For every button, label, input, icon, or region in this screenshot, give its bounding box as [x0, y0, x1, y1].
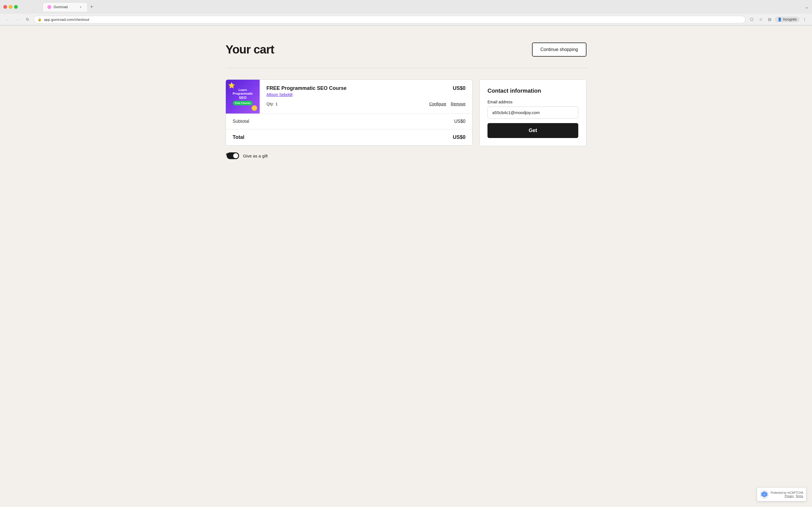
- recaptcha-badge: r Protected by reCAPTCHA Privacy Terms: [757, 487, 806, 501]
- subtotal-value: US$0: [454, 119, 465, 124]
- thumbnail-badge: Free Course!: [233, 101, 253, 105]
- gift-toggle-switch[interactable]: [227, 152, 239, 159]
- recaptcha-privacy-link[interactable]: Privacy: [784, 495, 794, 498]
- recaptcha-text: Protected by reCAPTCHA Privacy Terms: [770, 491, 803, 498]
- toolbar-right-icons: ⎔ ☆ ⊟ 👤 Incognito ⋮: [748, 15, 809, 23]
- total-value: US$0: [453, 134, 465, 140]
- recaptcha-icon: r: [760, 490, 769, 499]
- cart-section: ⭐ Learn Programmatic SEO Free Course! 🪙 …: [225, 79, 472, 159]
- subtotal-label: Subtotal: [233, 119, 249, 124]
- recaptcha-terms-link[interactable]: Terms: [796, 495, 803, 498]
- page-header: Your cart Continue shopping: [225, 43, 587, 57]
- cast-icon-button[interactable]: ⎔: [748, 15, 756, 23]
- header-divider: [225, 68, 587, 68]
- recaptcha-protected-label: Protected by reCAPTCHA: [770, 491, 803, 494]
- configure-button[interactable]: Configure: [429, 102, 446, 106]
- back-button[interactable]: ←: [3, 15, 11, 23]
- page-title: Your cart: [225, 43, 274, 56]
- close-traffic-light[interactable]: [3, 5, 7, 9]
- address-bar[interactable]: 🔒 app.gumroad.com/checkout: [34, 16, 746, 23]
- forward-button[interactable]: →: [13, 15, 21, 23]
- toggle-knob: [233, 153, 238, 158]
- tab-title-label: Gumroad: [54, 5, 76, 9]
- contact-section: Contact information Email address Get: [479, 79, 587, 146]
- cart-item-bottom: Qty: 1 Configure Remove: [266, 101, 465, 106]
- subtotal-row: Subtotal US$0: [226, 114, 472, 129]
- url-text: app.gumroad.com/checkout: [44, 17, 742, 22]
- split-view-button[interactable]: ⊟: [766, 15, 774, 23]
- thumbnail-learn-text: Learn: [239, 88, 247, 92]
- active-tab[interactable]: Gumroad ×: [43, 2, 88, 11]
- thumbnail-programmatic-text: Programmatic: [233, 92, 253, 96]
- reload-button[interactable]: ↻: [24, 15, 32, 23]
- coin-decoration: 🪙: [251, 105, 257, 111]
- window-expand-button[interactable]: ⌄: [805, 4, 809, 10]
- minimize-traffic-light[interactable]: [9, 5, 12, 9]
- page-content: Your cart Continue shopping ⭐ Learn Prog…: [203, 25, 609, 176]
- qty-label: Qty: 1: [266, 101, 278, 106]
- svg-text:r: r: [764, 493, 765, 496]
- product-thumbnail: ⭐ Learn Programmatic SEO Free Course! 🪙: [226, 80, 260, 114]
- contact-section-title: Contact information: [488, 88, 578, 94]
- gift-label: Give as a gift: [243, 154, 268, 158]
- continue-shopping-button[interactable]: Continue shopping: [532, 43, 587, 57]
- product-name: FREE Programmatic SEO Course: [266, 86, 347, 91]
- contact-card: Contact information Email address Get: [479, 79, 587, 146]
- email-label: Email address: [488, 100, 578, 104]
- product-price: US$0: [453, 86, 465, 91]
- bookmark-button[interactable]: ☆: [757, 15, 765, 23]
- cart-actions: Configure Remove: [429, 102, 465, 106]
- cart-item-top: FREE Programmatic SEO Course Allison Seb…: [266, 86, 465, 97]
- profile-icon: 👤: [777, 17, 782, 21]
- lock-icon: 🔒: [38, 17, 42, 21]
- browser-chrome: Gumroad × + ⌄ ← → ↻ 🔒 app.gumroad.com/ch…: [0, 0, 812, 25]
- get-button[interactable]: Get: [488, 123, 578, 138]
- new-tab-button[interactable]: +: [88, 3, 96, 11]
- tab-favicon: [47, 5, 51, 9]
- product-author-link[interactable]: Allison Seboldt: [266, 93, 347, 97]
- tab-close-button[interactable]: ×: [79, 5, 83, 9]
- incognito-badge: 👤 Incognito: [775, 17, 800, 22]
- remove-button[interactable]: Remove: [451, 102, 465, 106]
- traffic-lights: [3, 5, 18, 9]
- tab-bar: Gumroad × +: [20, 2, 118, 11]
- thumbnail-seo-text: SEO: [239, 96, 246, 100]
- incognito-label: Incognito: [783, 17, 797, 21]
- browser-titlebar: Gumroad × + ⌄: [0, 0, 812, 14]
- star-decoration: ⭐: [228, 82, 235, 89]
- gift-toggle-row: Give as a gift: [225, 152, 472, 159]
- total-row: Total US$0: [226, 129, 472, 145]
- checkout-layout: ⭐ Learn Programmatic SEO Free Course! 🪙 …: [225, 79, 587, 159]
- total-label: Total: [233, 134, 245, 140]
- more-options-button[interactable]: ⋮: [801, 15, 809, 23]
- cart-item-row: ⭐ Learn Programmatic SEO Free Course! 🪙 …: [226, 80, 472, 114]
- cart-item-info: FREE Programmatic SEO Course Allison Seb…: [266, 86, 347, 97]
- browser-toolbar: ← → ↻ 🔒 app.gumroad.com/checkout ⎔ ☆ ⊟ 👤…: [0, 14, 812, 25]
- email-input[interactable]: [488, 107, 578, 119]
- cart-item-details: FREE Programmatic SEO Course Allison Seb…: [260, 80, 472, 114]
- maximize-traffic-light[interactable]: [14, 5, 18, 9]
- cart-card: ⭐ Learn Programmatic SEO Free Course! 🪙 …: [225, 79, 472, 146]
